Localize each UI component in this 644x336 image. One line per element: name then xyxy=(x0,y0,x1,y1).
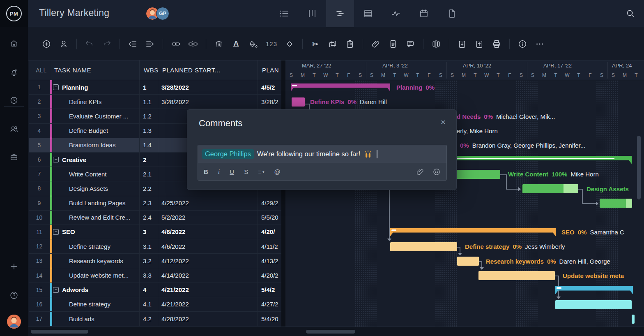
more-button[interactable] xyxy=(535,39,545,49)
delete-task-button[interactable] xyxy=(214,39,224,49)
sidebar-item-alerts[interactable] xyxy=(0,63,28,81)
progress-handle[interactable] xyxy=(292,85,297,87)
collapse-icon[interactable]: − xyxy=(53,287,59,293)
gantt-horizontal-scrollbar[interactable] xyxy=(306,330,355,334)
view-tab-sheet-icon[interactable] xyxy=(354,0,382,27)
paste-button[interactable] xyxy=(345,39,355,49)
planned-finish-cell[interactable]: 4/27/2 xyxy=(258,297,281,311)
italic-button[interactable]: i xyxy=(218,168,220,176)
cut-button[interactable]: ✂ xyxy=(310,39,320,49)
task-name-cell[interactable]: −Adwords xyxy=(50,283,140,297)
task-name-cell[interactable]: −Creative xyxy=(50,153,140,167)
view-tab-task-list-icon[interactable] xyxy=(270,0,298,27)
gantt-task-bar[interactable] xyxy=(452,170,500,179)
planned-start-cell[interactable]: 4/6/2022 xyxy=(158,225,258,239)
table-gantt-splitter[interactable] xyxy=(281,60,285,327)
profile-avatar[interactable] xyxy=(7,315,21,329)
table-row[interactable]: 2Define KPIs1.13/28/20223/28/2 xyxy=(29,95,281,109)
table-row[interactable]: 9Build Landing Pages2.34/25/20224/29/2 xyxy=(29,196,281,211)
fill-color-button[interactable] xyxy=(248,39,258,49)
mention-chip[interactable]: George Phillips xyxy=(202,149,254,159)
collapse-icon[interactable]: − xyxy=(53,157,59,162)
milestone-button[interactable] xyxy=(285,39,294,49)
table-row[interactable]: 12Define strategy3.14/6/20224/11/2 xyxy=(29,239,281,254)
planned-start-cell[interactable]: 4/21/2022 xyxy=(158,297,258,311)
unlink-tasks-button[interactable] xyxy=(188,39,198,49)
search-icon[interactable] xyxy=(626,9,635,18)
info-button[interactable] xyxy=(518,39,527,49)
emoji-icon[interactable] xyxy=(432,168,441,176)
import-button[interactable] xyxy=(457,39,467,49)
task-name-cell[interactable]: −SEO xyxy=(50,225,140,239)
indent-button[interactable] xyxy=(145,39,155,49)
view-tab-calendar-icon[interactable] xyxy=(410,0,438,27)
table-horizontal-scrollbar[interactable] xyxy=(31,330,88,334)
task-name-cell[interactable]: Define Budget xyxy=(50,124,140,138)
mention-button[interactable]: @ xyxy=(274,168,280,175)
collapse-icon[interactable]: − xyxy=(53,84,59,90)
comment-input[interactable]: George Phillips We're following our time… xyxy=(198,145,446,163)
task-name-cell[interactable]: Build Landing Pages xyxy=(50,196,140,210)
planned-finish-cell[interactable]: 4/20/ xyxy=(258,225,281,239)
redo-button[interactable] xyxy=(102,39,112,49)
planned-finish-cell[interactable]: 4/20/2 xyxy=(258,268,281,282)
outdent-button[interactable] xyxy=(128,39,138,49)
task-name-cell[interactable]: Define strategy xyxy=(50,297,140,311)
task-name-cell[interactable]: Define strategy xyxy=(50,239,140,253)
progress-handle[interactable] xyxy=(391,229,396,232)
gantt-task-bar[interactable] xyxy=(457,257,479,266)
planned-start-cell[interactable]: 3/28/2022 xyxy=(158,80,258,94)
strikethrough-button[interactable]: S xyxy=(244,168,248,175)
gantt-summary-bar[interactable] xyxy=(291,83,390,92)
attach-icon[interactable] xyxy=(416,168,424,176)
gantt-vertical-scrollbar[interactable] xyxy=(637,136,641,199)
table-row[interactable]: 15−Adwords44/21/20225/4/2 xyxy=(29,283,281,297)
task-name-cell[interactable]: Define KPIs xyxy=(50,95,140,109)
planned-start-cell[interactable]: 4/6/2022 xyxy=(158,239,258,253)
sidebar-item-help[interactable] xyxy=(0,286,28,304)
planned-start-cell[interactable]: 4/21/2022 xyxy=(158,283,258,297)
gantt-task-bar[interactable] xyxy=(632,315,635,324)
sidebar-item-team[interactable] xyxy=(0,120,28,138)
task-name-cell[interactable]: Brainstorm Ideas xyxy=(50,138,140,152)
pm-logo[interactable]: PM xyxy=(0,0,28,27)
sidebar-item-home[interactable] xyxy=(0,35,28,53)
planned-finish-cell[interactable]: 4/29/2 xyxy=(258,196,281,210)
gantt-summary-bar[interactable] xyxy=(555,286,633,294)
task-name-cell[interactable]: −Planning xyxy=(50,80,140,94)
view-tab-board-icon[interactable] xyxy=(298,0,326,27)
attach-file-button[interactable] xyxy=(371,39,381,49)
font-color-button[interactable]: A xyxy=(231,39,241,49)
table-row[interactable]: 16Define strategy4.14/21/20224/27/2 xyxy=(29,297,281,312)
bold-button[interactable]: B xyxy=(204,168,208,175)
planned-start-cell[interactable]: 4/28/2022 xyxy=(158,312,258,326)
task-name-cell[interactable]: Research keywords xyxy=(50,254,140,268)
task-name-cell[interactable]: Build ads xyxy=(50,312,140,326)
planned-finish-cell[interactable]: 4/11/2 xyxy=(258,239,281,253)
planned-finish-cell[interactable]: 5/4/2 xyxy=(258,283,281,297)
table-row[interactable]: 14Update website met...3.34/14/20224/20/… xyxy=(29,268,281,283)
planned-finish-cell[interactable]: 5/4/20 xyxy=(258,312,281,326)
planned-finish-cell[interactable]: 5/5/20 xyxy=(258,211,281,225)
gantt-task-bar[interactable] xyxy=(555,300,632,309)
sidebar-item-portfolio[interactable] xyxy=(0,148,28,166)
column-header-num[interactable]: ALL xyxy=(29,60,50,80)
collapse-icon[interactable]: − xyxy=(53,229,59,235)
copy-button[interactable] xyxy=(328,39,338,49)
table-row[interactable]: 17Build ads4.24/28/20225/4/20 xyxy=(29,312,281,326)
view-tab-docs-icon[interactable] xyxy=(438,0,466,27)
planned-start-cell[interactable]: 4/25/2022 xyxy=(158,196,258,210)
sidebar-item-add[interactable] xyxy=(0,257,28,276)
task-notes-button[interactable] xyxy=(388,39,398,49)
close-icon[interactable]: × xyxy=(441,118,446,126)
underline-button[interactable]: U xyxy=(230,168,234,175)
assign-user-button[interactable] xyxy=(59,39,69,49)
comment-button[interactable] xyxy=(405,39,415,49)
list-button[interactable]: ≡▾ xyxy=(258,168,264,175)
planned-finish-cell[interactable]: 4/13/2 xyxy=(258,254,281,268)
view-tab-gantt-icon[interactable] xyxy=(326,0,354,27)
columns-button[interactable] xyxy=(431,39,441,49)
task-name-cell[interactable]: Design Assets xyxy=(50,181,140,195)
planned-start-cell[interactable]: 4/12/2022 xyxy=(158,254,258,268)
view-tab-workload-icon[interactable] xyxy=(382,0,410,27)
